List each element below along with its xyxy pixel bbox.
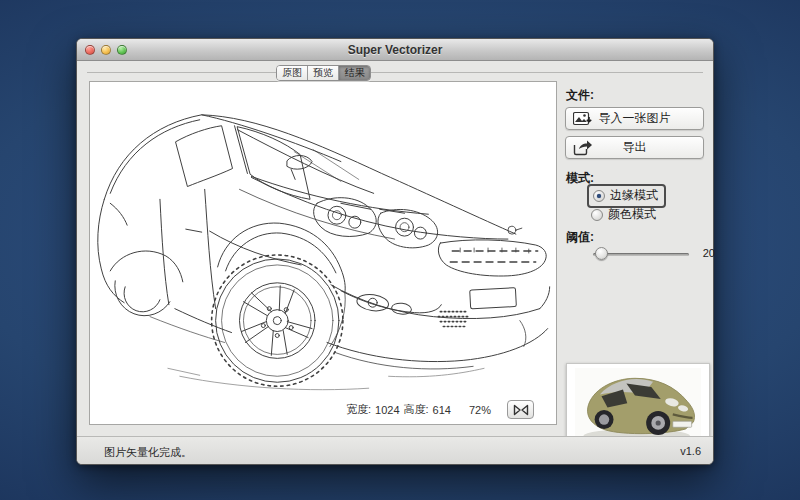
threshold-slider-knob[interactable] — [595, 247, 608, 260]
tab-original[interactable]: 原图 — [277, 66, 308, 80]
title-bar[interactable]: Super Vectorizer — [77, 39, 713, 61]
width-label: 宽度: — [346, 402, 371, 417]
zoom-percent: 72% — [469, 404, 491, 416]
file-section-label: 文件: — [566, 87, 594, 104]
color-mode-radio[interactable]: 颜色模式 — [591, 206, 656, 223]
tab-preview[interactable]: 预览 — [308, 66, 339, 80]
tab-result[interactable]: 结果 — [339, 66, 370, 80]
import-button-label: 导入一张图片 — [599, 110, 671, 127]
status-message: 图片矢量化完成。 — [104, 445, 192, 460]
status-bar: 图片矢量化完成。 v1.6 — [77, 436, 713, 464]
fit-to-window-button[interactable] — [507, 400, 534, 419]
edge-mode-radio[interactable]: 边缘模式 — [587, 184, 666, 208]
radio-selected-icon — [593, 190, 605, 202]
vectorized-car-drawing — [90, 82, 556, 424]
export-button[interactable]: 导出 — [565, 136, 704, 159]
color-mode-label: 颜色模式 — [608, 206, 656, 223]
view-tabs: 原图 预览 结果 — [276, 65, 371, 81]
version-label: v1.6 — [680, 445, 701, 457]
desktop-background: Super Vectorizer 原图 预览 结果 — [0, 0, 800, 500]
edge-mode-label: 边缘模式 — [610, 187, 658, 204]
main-content: 原图 预览 结果 — [77, 61, 713, 436]
window-title: Super Vectorizer — [77, 43, 713, 57]
threshold-slider[interactable]: 20 — [593, 247, 729, 261]
radio-unselected-icon — [591, 209, 603, 221]
threshold-value: 20 — [703, 247, 715, 259]
export-button-label: 导出 — [623, 139, 647, 156]
share-arrow-icon — [573, 140, 593, 156]
control-sidebar: 文件: 导入一张图片 导出 — [564, 61, 710, 436]
height-value: 614 — [433, 404, 451, 416]
app-window: Super Vectorizer 原图 预览 结果 — [76, 38, 714, 465]
fit-to-window-bowtie-icon — [513, 404, 529, 416]
result-canvas[interactable]: 宽度: 1024 高度: 614 72% — [89, 81, 557, 425]
image-info-row: 宽度: 1024 高度: 614 72% — [346, 400, 534, 419]
import-image-button[interactable]: 导入一张图片 — [565, 107, 704, 130]
height-label: 高度: — [404, 402, 429, 417]
picture-with-arrow-icon — [573, 111, 593, 127]
width-value: 1024 — [375, 404, 399, 416]
threshold-section-label: 阈值: — [566, 229, 594, 246]
